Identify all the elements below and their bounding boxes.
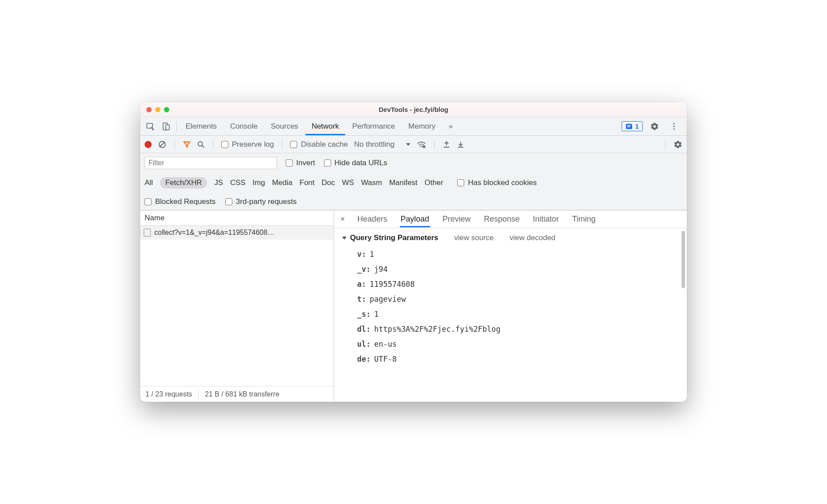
- hide-data-urls-checkbox[interactable]: Hide data URLs: [324, 159, 387, 167]
- param-value: 1: [374, 310, 379, 319]
- type-filter-font[interactable]: Font: [300, 178, 315, 187]
- filter-input[interactable]: [145, 157, 277, 169]
- caret-down-icon: [342, 237, 346, 240]
- svg-rect-5: [627, 126, 630, 127]
- minimize-window-button[interactable]: [155, 107, 160, 112]
- tab-memory[interactable]: Memory: [402, 118, 441, 135]
- type-filter-wasm[interactable]: Wasm: [361, 178, 382, 187]
- svg-rect-15: [458, 147, 463, 148]
- detail-tab-preview[interactable]: Preview: [442, 211, 472, 227]
- view-decoded-link[interactable]: view decoded: [510, 233, 555, 242]
- svg-rect-14: [444, 147, 449, 148]
- chevron-down-icon: [406, 143, 410, 146]
- detail-tab-headers[interactable]: Headers: [357, 211, 388, 227]
- query-param: a:1195574608: [342, 277, 679, 292]
- query-param: ul:en-us: [342, 337, 679, 352]
- param-value: j94: [374, 265, 388, 274]
- close-window-button[interactable]: [146, 107, 152, 112]
- detail-tab-payload[interactable]: Payload: [400, 211, 430, 227]
- tab-elements[interactable]: Elements: [179, 118, 223, 135]
- section-toggle[interactable]: Query String Parameters: [342, 233, 438, 242]
- filter-bar: Invert Hide data URLs AllFetch/XHRJSCSSI…: [140, 153, 687, 210]
- tab-performance[interactable]: Performance: [346, 118, 401, 135]
- file-icon: [144, 229, 151, 237]
- inspect-element-icon[interactable]: [143, 119, 158, 134]
- tabs-overflow-button[interactable]: »: [443, 118, 459, 135]
- section-title: Query String Parameters: [350, 233, 438, 242]
- param-key: _v:: [357, 265, 371, 274]
- query-param: _s:1: [342, 307, 679, 322]
- import-har-icon[interactable]: [443, 141, 451, 148]
- throttling-select[interactable]: No throttling: [354, 140, 410, 149]
- type-filter-all[interactable]: All: [145, 178, 153, 187]
- detail-tabbar: × HeadersPayloadPreviewResponseInitiator…: [334, 211, 687, 228]
- param-key: _s:: [357, 310, 371, 319]
- svg-point-6: [673, 123, 674, 124]
- issues-chip[interactable]: 1: [622, 121, 643, 131]
- type-filter-ws[interactable]: WS: [342, 178, 354, 187]
- third-party-checkbox[interactable]: 3rd-party requests: [225, 197, 297, 206]
- resource-type-filters: AllFetch/XHRJSCSSImgMediaFontDocWSWasmMa…: [145, 175, 682, 190]
- export-har-icon[interactable]: [457, 141, 465, 148]
- panel-tabbar: ElementsConsoleSourcesNetworkPerformance…: [140, 117, 687, 136]
- network-settings-gear-icon[interactable]: [674, 140, 682, 149]
- svg-point-11: [198, 141, 203, 146]
- disable-cache-checkbox[interactable]: Disable cache: [290, 140, 348, 149]
- clear-icon[interactable]: [158, 140, 167, 149]
- has-blocked-cookies-checkbox[interactable]: Has blocked cookies: [457, 178, 536, 187]
- type-filter-other[interactable]: Other: [425, 178, 443, 187]
- detail-tab-initiator[interactable]: Initiator: [532, 211, 560, 227]
- detail-tab-response[interactable]: Response: [483, 211, 521, 227]
- preserve-log-checkbox[interactable]: Preserve log: [221, 140, 274, 149]
- query-param: de:UTF-8: [342, 352, 679, 367]
- param-key: t:: [357, 295, 366, 304]
- type-filter-js[interactable]: JS: [214, 178, 223, 187]
- param-value: en-us: [374, 340, 397, 348]
- tab-console[interactable]: Console: [224, 118, 264, 135]
- svg-line-10: [160, 142, 165, 147]
- close-detail-button[interactable]: ×: [340, 215, 345, 224]
- request-name: collect?v=1&_v=j94&a=1195574608…: [154, 229, 275, 237]
- column-header-name[interactable]: Name: [140, 211, 334, 226]
- type-filter-css[interactable]: CSS: [230, 178, 246, 187]
- query-param: _v:j94: [342, 262, 679, 277]
- record-button[interactable]: [145, 141, 152, 148]
- type-filter-img[interactable]: Img: [253, 178, 265, 187]
- param-key: dl:: [357, 325, 371, 334]
- svg-point-7: [673, 126, 674, 127]
- detail-tab-timing[interactable]: Timing: [571, 211, 596, 227]
- payload-body: Query String Parameters view source view…: [334, 228, 687, 402]
- param-value: 1195574608: [369, 280, 414, 289]
- type-filter-media[interactable]: Media: [272, 178, 292, 187]
- type-filter-doc[interactable]: Doc: [322, 178, 335, 187]
- tab-sources[interactable]: Sources: [264, 118, 304, 135]
- settings-gear-icon[interactable]: [647, 119, 662, 134]
- scrollbar-thumb[interactable]: [682, 231, 685, 288]
- status-transfer-size: 21 B / 681 kB transferre: [205, 390, 279, 398]
- window-title: DevTools - jec.fyi/blog: [140, 106, 687, 113]
- traffic-lights: [146, 107, 169, 112]
- param-value: https%3A%2F%2Fjec.fyi%2Fblog: [374, 325, 501, 334]
- param-key: v:: [357, 250, 366, 259]
- request-detail-panel: × HeadersPayloadPreviewResponseInitiator…: [334, 211, 687, 402]
- type-filter-fetch-xhr[interactable]: Fetch/XHR: [160, 177, 207, 189]
- request-rows: collect?v=1&_v=j94&a=1195574608…: [140, 226, 334, 386]
- network-main: Name collect?v=1&_v=j94&a=1195574608… 1 …: [140, 210, 687, 402]
- view-source-link[interactable]: view source: [454, 233, 494, 242]
- device-toolbar-icon[interactable]: [159, 119, 174, 134]
- type-filter-manifest[interactable]: Manifest: [389, 178, 417, 187]
- param-key: ul:: [357, 340, 371, 348]
- svg-rect-4: [627, 125, 631, 126]
- tab-network[interactable]: Network: [305, 118, 345, 135]
- filter-funnel-icon[interactable]: [183, 141, 191, 148]
- kebab-menu-icon[interactable]: [667, 119, 682, 134]
- network-toolbar: Preserve log Disable cache No throttling: [140, 136, 687, 153]
- invert-checkbox[interactable]: Invert: [286, 159, 315, 167]
- request-row[interactable]: collect?v=1&_v=j94&a=1195574608…: [140, 226, 334, 240]
- maximize-window-button[interactable]: [164, 107, 169, 112]
- blocked-requests-checkbox[interactable]: Blocked Requests: [145, 197, 216, 206]
- network-conditions-icon[interactable]: [417, 141, 426, 148]
- titlebar: DevTools - jec.fyi/blog: [140, 102, 687, 117]
- search-icon[interactable]: [197, 141, 205, 148]
- query-param: t:pageview: [342, 292, 679, 307]
